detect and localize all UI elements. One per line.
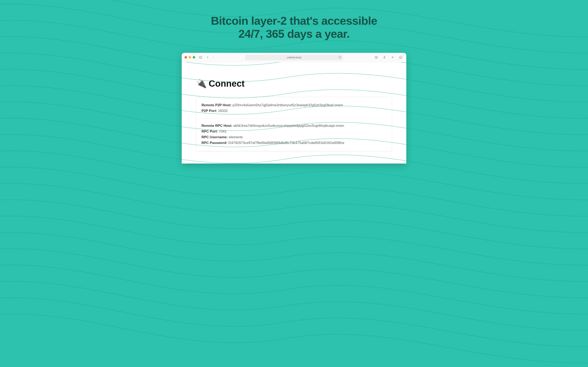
browser-toolbar: umbrel.local (182, 53, 406, 62)
page-content: 🔌 Connect Remote P2P Host: p25hrv4a5oem5… (182, 62, 406, 164)
rpc-host-label: Remote RPC Host: (201, 124, 232, 128)
window-controls (185, 56, 195, 58)
chevron-left-icon (206, 56, 209, 59)
tabs-button[interactable] (398, 55, 403, 60)
downloads-button[interactable] (374, 55, 379, 60)
rpc-host-value: ak5k3rea7dhfmxpokzs5udicnozcahpqdwdppgi5… (233, 124, 344, 128)
close-window-button[interactable] (185, 56, 187, 58)
share-button[interactable] (382, 55, 387, 60)
rpc-password-row: RPC Password: f24792973ce97af7ffe09a069f… (201, 140, 387, 146)
hero-line-1: Bitcoin layer-2 that's accessible (211, 14, 377, 27)
page-title: 🔌 Connect (196, 78, 392, 89)
rpc-port-row: RPC Port: 7041 (201, 129, 387, 134)
p2p-port-row: P2P Port: 18332 (201, 108, 387, 114)
forward-button[interactable] (210, 55, 216, 60)
rpc-password-label: RPC Password: (201, 141, 227, 145)
plug-icon: 🔌 (196, 78, 207, 89)
rpc-username-value: elements (229, 135, 243, 139)
browser-window: umbrel.local (182, 53, 406, 164)
tabs-icon (399, 56, 402, 59)
share-icon (383, 56, 386, 59)
back-button[interactable] (205, 55, 210, 60)
rpc-username-row: RPC Username: elements (201, 134, 387, 140)
page-title-text: Connect (209, 78, 245, 89)
sidebar-icon (199, 56, 202, 59)
rpc-port-value: 7041 (219, 129, 227, 133)
address-bar[interactable]: umbrel.local (245, 55, 343, 60)
download-icon (375, 56, 378, 59)
divider (201, 118, 387, 118)
maximize-window-button[interactable] (193, 56, 195, 58)
sidebar-toggle-button[interactable] (198, 55, 203, 60)
reload-button[interactable] (338, 56, 341, 59)
p2p-port-label: P2P Port: (201, 109, 217, 113)
rpc-port-label: RPC Port: (201, 129, 218, 133)
rpc-host-row: Remote RPC Host: ak5k3rea7dhfmxpokzs5udi… (201, 123, 387, 129)
new-tab-button[interactable] (390, 55, 395, 60)
connection-info-card: Remote P2P Host: p25hrv4a5oem5hs7gj5ddma… (196, 97, 392, 151)
plus-icon (391, 56, 394, 59)
hero-headline: Bitcoin layer-2 that's accessible 24/7, … (0, 0, 588, 49)
minimize-window-button[interactable] (189, 56, 191, 58)
url-text: umbrel.local (287, 56, 301, 59)
rpc-password-value: f24792973ce97af7ffe09a069f390fd5d8c7de47… (228, 141, 344, 145)
svg-rect-7 (400, 56, 402, 58)
hero-line-2: 24/7, 365 days a year. (238, 27, 350, 40)
p2p-port-value: 18332 (218, 109, 228, 113)
chevron-right-icon (211, 56, 215, 59)
reload-icon (338, 56, 341, 59)
p2p-host-label: Remote P2P Host: (201, 103, 232, 107)
rpc-username-label: RPC Username: (201, 135, 228, 139)
p2p-host-row: Remote P2P Host: p25hrv4a5oem5hs7gj5ddma… (201, 102, 387, 108)
svg-rect-0 (199, 56, 202, 58)
p2p-host-value: p25hrv4a5oem5hs7gj5ddma3ntbsnyxd5z3eaiep… (233, 103, 343, 107)
